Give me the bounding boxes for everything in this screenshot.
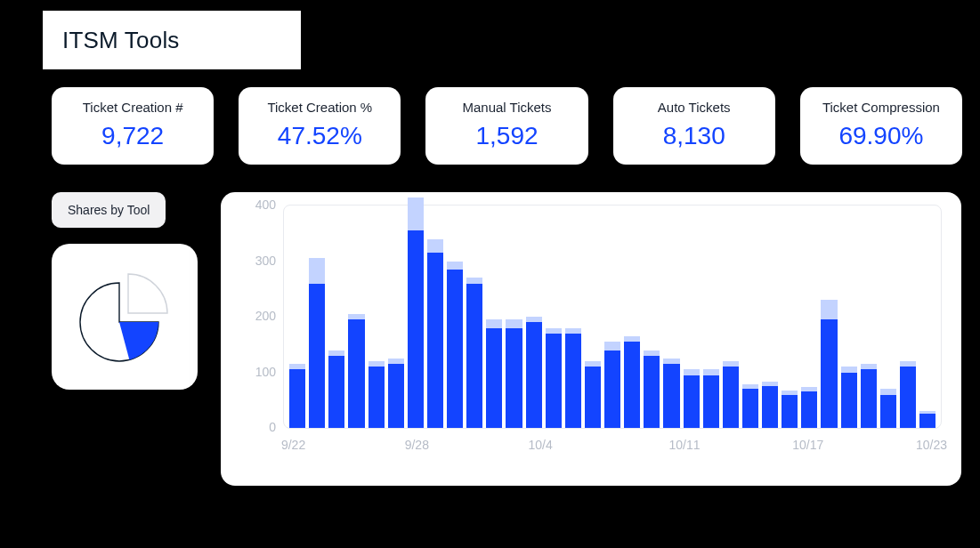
chart-plot-area [283,205,942,429]
kpi-auto-tickets: Auto Tickets 8,130 [613,87,775,165]
chart-bar-primary [466,284,482,429]
chart-bar [782,391,798,429]
chart-bar-primary [782,395,798,429]
chart-bar [762,382,778,428]
chart-bar-primary [289,369,305,428]
chart-bar [486,319,502,428]
chart-x-axis: 9/229/2810/410/1110/1710/23 [283,438,942,455]
chart-bar-secondary [447,262,463,270]
chart-bar-primary [919,414,935,428]
chart-bar-primary [348,319,364,428]
shares-by-tool-panel: Shares by Tool [52,192,217,390]
chart-bar [585,361,601,428]
chart-bar-secondary [309,258,325,283]
chart-bar-secondary [506,319,522,327]
page-title-text: ITSM Tools [62,27,180,54]
kpi-value: 69.90% [838,122,923,150]
chart-bar-primary [447,270,463,428]
kpi-ticket-creation-count: Ticket Creation # 9,722 [52,87,214,165]
chart-bar [703,369,719,428]
chart-bar-primary [427,253,443,428]
chart-bar [309,258,325,428]
chart-bar [742,384,758,428]
chart-bar [388,359,404,428]
kpi-value: 1,592 [475,122,538,150]
chart-bar [684,369,700,428]
chart-bar-primary [546,334,562,428]
chart-bar-primary [821,319,837,428]
chart-x-tick: 9/22 [281,438,305,452]
chart-bar-primary [861,369,877,428]
chart-y-tick: 300 [255,254,276,268]
chart-x-tick: 10/17 [792,438,823,452]
chart-x-tick: 10/4 [528,438,552,452]
chart-bar-primary [684,375,700,428]
chart-bar [427,239,443,429]
chart-y-axis: 0100200300400 [240,205,276,427]
chart-bar [447,262,463,429]
chart-bar [604,342,620,428]
chart-bar-primary [663,364,679,428]
kpi-manual-tickets: Manual Tickets 1,592 [425,87,587,165]
chart-bar-primary [723,367,739,428]
chart-bar [526,317,542,428]
chart-bar-primary [388,364,404,428]
kpi-value: 47.52% [278,122,362,150]
kpi-value: 9,722 [101,122,164,150]
shares-by-tool-label: Shares by Tool [52,192,166,228]
kpi-ticket-compression: Ticket Compression 69.90% [800,87,962,165]
chart-bar-primary [762,386,778,428]
chart-bar-primary [604,351,620,429]
chart-y-tick: 400 [255,197,276,212]
kpi-label: Ticket Creation % [267,100,372,115]
chart-bar-primary [900,367,916,428]
chart-bar-secondary [427,239,443,254]
kpi-row: Ticket Creation # 9,722 Ticket Creation … [52,87,962,165]
kpi-ticket-creation-pct: Ticket Creation % 47.52% [239,87,401,165]
chart-bar [348,314,364,428]
chart-y-tick: 0 [269,420,276,434]
chart-bar-primary [703,375,719,428]
chart-bar [466,278,482,428]
chart-bar [624,336,640,428]
chart-bar [841,367,857,428]
pie-chart-card [52,244,198,390]
kpi-label: Ticket Compression [822,100,940,115]
kpi-value: 8,130 [663,122,725,150]
chart-bar [919,411,935,428]
chart-bar [861,364,877,428]
chart-bar [801,387,817,428]
page-title: ITSM Tools [43,11,301,69]
chart-x-tick: 10/11 [668,438,700,452]
chart-bars [284,206,941,428]
chart-bar-primary [506,328,522,429]
chart-bar-primary [880,395,896,429]
chart-bar-secondary [604,342,620,350]
chart-bar-primary [565,334,581,428]
chart-y-tick: 100 [255,365,276,379]
chart-bar [328,351,344,429]
chart-bar-primary [644,356,660,428]
chart-x-tick: 9/28 [405,438,429,452]
chart-bar [369,361,385,428]
kpi-label: Auto Tickets [658,100,731,115]
chart-bar-secondary [486,319,502,327]
chart-bar-secondary [408,197,424,231]
chart-bar [821,300,837,428]
chart-bar [506,319,522,428]
chart-bar [880,389,896,428]
chart-bar-primary [369,367,385,428]
chart-bar [565,328,581,429]
chart-bar [546,328,562,429]
chart-bar-primary [328,356,344,428]
chart-bar [900,361,916,428]
chart-bar-primary [526,322,542,428]
pie-chart-icon [69,262,180,372]
chart-bar-primary [841,373,857,429]
chart-bar-primary [742,389,758,428]
kpi-label: Ticket Creation # [83,100,183,115]
chart-bar-primary [486,328,502,429]
chart-bar-secondary [821,300,837,319]
chart-bar [663,359,679,428]
shares-by-date-card: Shares by Date 0100200300400 9/229/2810/… [221,192,961,486]
